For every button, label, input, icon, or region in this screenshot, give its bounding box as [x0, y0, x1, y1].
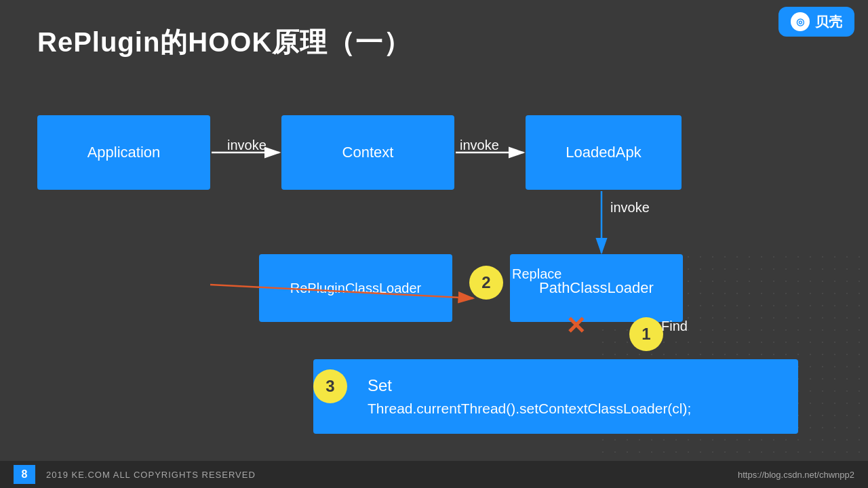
repluginclassloader-box: RePluginClassLoader [259, 254, 452, 322]
find-label: Find [661, 319, 688, 334]
logo-text: 贝壳 [815, 13, 842, 31]
application-box: Application [37, 115, 210, 190]
set-code-line2: Thread.currentThread().setContextClassLo… [368, 398, 691, 420]
step-3-circle: 3 [313, 369, 347, 403]
footer: 8 2019 KE.COM ALL COPYRIGHTS RESERVED ht… [0, 461, 868, 488]
footer-url: https://blog.csdn.net/chwnpp2 [738, 470, 854, 480]
logo-badge: ◎ 贝壳 [778, 7, 854, 37]
context-box: Context [281, 115, 454, 190]
replace-label: Replace [512, 266, 561, 282]
invoke-label-2: invoke [460, 138, 499, 153]
pathclassloader-box: PathClassLoader [510, 254, 683, 322]
page-title: RePlugin的HOOK原理（一） [37, 24, 411, 61]
invoke-label-1: invoke [227, 138, 267, 153]
page-number: 8 [14, 465, 35, 484]
diagram-area: Application Context LoadedApk RePluginCl… [0, 88, 868, 454]
footer-copyright: 2019 KE.COM ALL COPYRIGHTS RESERVED [46, 470, 256, 480]
step-2-circle: 2 [469, 266, 503, 300]
x-mark: ✕ [566, 312, 586, 340]
set-code-box: Set Thread.currentThread().setContextCla… [313, 359, 798, 434]
set-code-line1: Set [368, 373, 392, 398]
logo-icon: ◎ [791, 12, 810, 31]
step-1-circle: 1 [629, 317, 663, 351]
loadedapk-box: LoadedApk [526, 115, 682, 190]
invoke-label-3: invoke [610, 200, 650, 216]
